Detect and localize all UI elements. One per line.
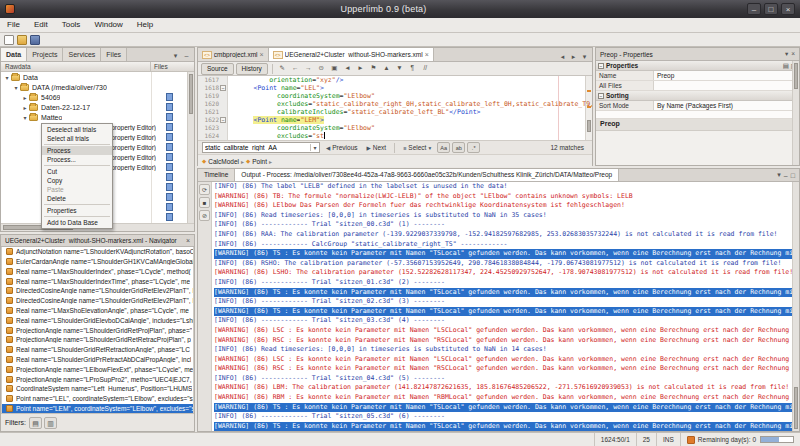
navigator-item[interactable]: ProjectionAngle name="LShoulderGridRetRe… [2,335,193,345]
stop-icon[interactable]: ■ [199,197,210,208]
tree-row[interactable]: ▾DATA (/media/oliver/730 [1,82,194,92]
context-menu-item[interactable]: Delete [42,194,112,203]
minimize-button[interactable]: – [747,3,761,15]
navigator-item[interactable]: Point name="LEL", coordinateSystem="LElb… [2,394,193,404]
code-line[interactable]: excludes="static_calibrate_right_0H,stat… [230,100,592,108]
console-line[interactable]: [WARNING] (86) LSC : Es konnte kein Para… [214,355,792,365]
clear-output-icon[interactable]: ⊘ [199,210,210,221]
tab-timeline[interactable]: Timeline [198,169,235,181]
source-view-button[interactable]: Source [201,63,234,75]
back-icon[interactable]: ← [290,63,301,74]
console-line[interactable]: [INFO] (86) ------------ Trial "sitzen_0… [214,297,792,307]
context-menu-item[interactable]: Process... [42,155,112,164]
close-tab-icon[interactable]: × [260,51,264,58]
console-line[interactable]: [WARNING] (86) TS : Es konnte kein Param… [214,403,792,413]
chevron-down-icon[interactable]: ▾ [310,144,319,151]
maximize-window-icon[interactable]: □ [791,172,795,179]
property-value[interactable]: Preop [654,71,799,80]
property-category[interactable]: −Properties▤▥ [596,61,799,71]
console-line[interactable]: [INFO] (86) ------------ Trial "sitzen_0… [214,220,792,230]
property-row[interactable]: Sort ModeBy Name (Packages First) [596,101,799,111]
breadcrumb-item[interactable]: Point [252,158,267,165]
previous-button[interactable]: ◀ Previous [323,144,361,151]
console-line[interactable]: [WARNING] (86) TS : Es konnte kein Param… [214,422,792,431]
expand-icon[interactable]: ▸ [21,94,29,101]
navigator-item[interactable]: AdjunctNotation name="LShoulderKVAdjunct… [2,247,193,257]
tab-data[interactable]: Data [1,48,27,61]
navigator-item[interactable]: EulerCardanAngle name="LShoulderGH1KVCaM… [2,257,193,267]
property-row[interactable]: NamePreop [596,71,799,81]
console-line[interactable]: [WARNING] (86) LSHO: The calibration par… [214,268,792,278]
console-line[interactable]: [INFO] (86) ------------ CalcGroup "stat… [214,240,792,250]
tab-list-button[interactable]: ▾ [580,53,589,61]
maximize-button[interactable]: □ [764,3,778,15]
context-menu-item[interactable]: Properties [42,206,112,215]
navigator-item[interactable]: DirectedCosineAngle name="LShoulderGridR… [2,296,193,306]
tree-vertical-scrollbar[interactable] [187,72,194,225]
insert-mode-indicator[interactable]: INS [656,433,680,446]
console-line[interactable]: [INFO] (86) RSHO: The calibration parame… [214,259,792,269]
tab-output[interactable]: Output - Process: /media/oliver/7308ee4d… [235,169,619,181]
console-line[interactable]: [WARNING] (86) TB: The formule "normaliz… [214,192,792,202]
menu-tools[interactable]: Tools [55,18,88,32]
console-line[interactable]: [INFO] (86) Read timeseries: [0,0,0] in … [214,345,792,355]
close-button[interactable]: × [781,3,795,15]
history-view-button[interactable]: History [236,63,268,75]
code-line[interactable]: calibrateIncludes="static_calibrate_left… [230,108,592,116]
rerun-icon[interactable]: ⟳ [199,184,210,195]
console-line[interactable]: [INFO] (86) ------------ Trial "sitzen_0… [214,278,792,288]
last-edit-position-icon[interactable]: ✎ [277,63,288,74]
menu-edit[interactable]: Edit [27,18,55,32]
open-project-icon[interactable] [17,35,27,45]
navigator-item[interactable]: Real name="LShoulderGridRetRetractionAng… [2,345,193,355]
navigator-item[interactable]: ProjectionAngle name="LShoulderGridRetPr… [2,325,193,335]
scroll-tabs-left-button[interactable]: ◂ [558,53,567,61]
filter-sort-toggle[interactable]: ▥ [44,417,57,429]
property-row[interactable]: All Files [596,81,799,91]
navigator-item[interactable]: ProjectionAngle name="LElbowFlexExt", ph… [2,364,193,374]
search-combo[interactable]: ▾ [202,142,320,153]
toggle-comment-icon[interactable]: // [420,63,431,74]
save-all-icon[interactable] [30,35,40,45]
code-lines[interactable]: orientation="xyz"/> <Point name="LEL"> c… [228,76,592,140]
navigator-item[interactable]: Real name="LShoulderGridElevboDCalAngle"… [2,315,193,325]
progress-bar[interactable] [760,436,794,443]
console-line[interactable]: [WARNING] (86) TS : Es konnte kein Param… [214,307,792,317]
code-line[interactable]: coordinateSystem="LElbow" [230,124,592,132]
console-line[interactable]: [INFO] (86) ------------ Trial "sitzen_0… [214,374,792,384]
console-line[interactable]: [WARNING] (86) RSC : Es konnte kein Para… [214,364,792,374]
window-menu-icon[interactable]: ▾ [171,50,180,61]
next-error-icon[interactable]: ▼ [394,63,405,74]
close-tab-icon[interactable]: × [425,51,429,58]
console-line[interactable]: [WARNING] (86) LBM: The calibration para… [214,383,792,393]
regex-toggle[interactable]: .* [467,142,480,153]
fold-icon[interactable]: − [220,117,226,123]
console[interactable]: [INFO] (86) The label "LELB" defined in … [212,182,792,431]
console-line[interactable]: [WARNING] (86) LElbow Das Parsen der For… [214,201,792,211]
properties-vertical-scrollbar[interactable] [792,61,799,165]
tree-row[interactable]: ▾Matteo [1,112,194,122]
forward-icon[interactable]: → [303,63,314,74]
console-line[interactable]: [INFO] (86) RAA: The calibration paramet… [214,230,792,240]
property-value[interactable]: By Name (Packages First) [654,101,799,110]
context-menu-item[interactable]: Add to Data Base [42,218,112,227]
editor-tab[interactable]: <>cmbproject.xml× [198,48,269,61]
property-category[interactable]: −Sorting [596,91,799,101]
console-line[interactable]: [INFO] (86) The label "LELB" defined in … [214,182,792,192]
reformat-icon[interactable]: ¶ [407,63,418,74]
console-line[interactable]: [INFO] (86) ------------ Trial "sitzen_0… [214,412,792,422]
window-menu-icon[interactable]: ▾ [777,171,781,179]
next-bookmark-icon[interactable]: ► [355,63,366,74]
search-input[interactable] [203,143,310,152]
code-line[interactable]: <Point name="LEL"> [230,84,592,92]
code-editor[interactable]: 16171618−1619162016211622−16231624 orien… [198,76,592,140]
console-line[interactable]: [WARNING] (86) RSC : Es konnte kein Para… [214,336,792,346]
fold-icon[interactable]: − [220,85,226,91]
toggle-bookmark-icon[interactable]: ⚑ [368,63,379,74]
code-line[interactable]: <Point name="LEM"> [230,116,592,124]
code-line[interactable]: excludes="st [230,132,592,140]
navigator-item[interactable]: Real name="LMaxShoElevationAngle", phase… [2,306,193,316]
collapse-icon[interactable]: − [598,63,604,69]
find-selection-icon[interactable]: ⊙ [316,63,327,74]
code-line[interactable]: orientation="xyz"/> [230,76,592,84]
